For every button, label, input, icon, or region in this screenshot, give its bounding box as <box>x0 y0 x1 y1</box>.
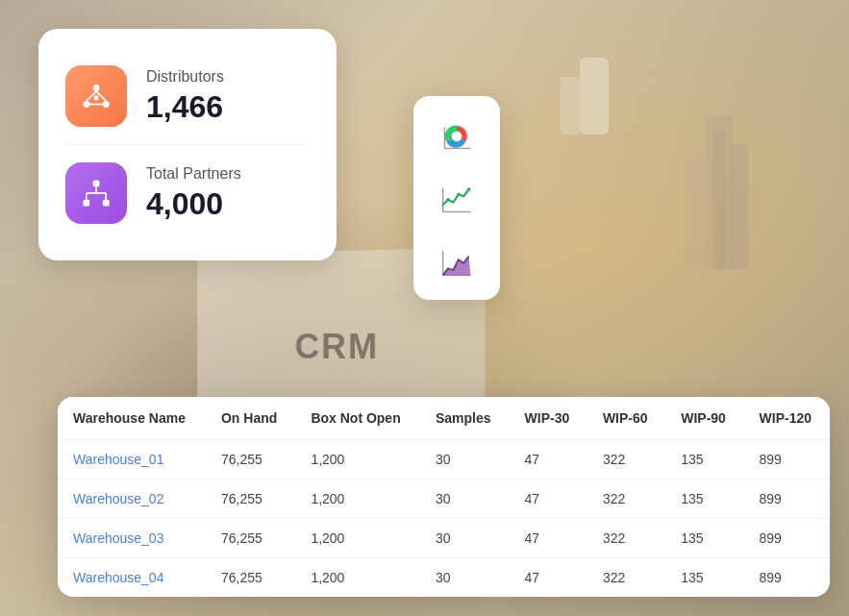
data-cell: 1,200 <box>295 558 420 598</box>
svg-rect-12 <box>83 200 89 207</box>
col-wip90: WIP-90 <box>665 397 743 440</box>
line-chart-icon <box>439 181 474 215</box>
distributors-value: 1,466 <box>146 89 224 125</box>
data-cell: 47 <box>510 480 587 519</box>
svg-point-25 <box>457 193 461 197</box>
warehouse-name-cell[interactable]: Warehouse_02 <box>58 480 206 519</box>
svg-point-19 <box>452 131 462 141</box>
data-cell: 47 <box>510 519 587 558</box>
distributors-icon <box>65 65 127 127</box>
area-chart-icon <box>439 244 474 279</box>
data-cell: 899 <box>744 440 830 480</box>
data-cell: 1,200 <box>295 480 420 519</box>
line-chart-button[interactable] <box>423 169 490 227</box>
data-cell: 135 <box>665 519 743 558</box>
data-cell: 1,200 <box>295 440 420 480</box>
network-icon <box>80 80 112 112</box>
col-samples: Samples <box>420 397 510 440</box>
chart-icon-panel <box>413 96 500 300</box>
svg-rect-1 <box>729 144 748 269</box>
data-cell: 30 <box>420 558 510 598</box>
stat-card: Distributors 1,466 Total Partners 4,000 <box>38 29 337 260</box>
col-box-not-open: Box Not Open <box>295 397 420 440</box>
svg-rect-3 <box>714 130 726 269</box>
data-cell: 322 <box>587 558 665 598</box>
col-wip30: WIP-30 <box>510 397 587 440</box>
svg-point-26 <box>467 187 471 191</box>
partners-value: 4,000 <box>146 186 241 222</box>
col-warehouse-name: Warehouse Name <box>58 397 206 440</box>
data-cell: 76,255 <box>206 558 295 598</box>
col-wip60: WIP-60 <box>587 397 665 440</box>
svg-rect-2 <box>686 154 710 269</box>
partners-label: Total Partners <box>146 165 241 183</box>
partners-icon <box>65 162 127 224</box>
partners-info: Total Partners 4,000 <box>146 165 241 222</box>
hierarchy-icon <box>80 177 112 209</box>
svg-rect-13 <box>103 200 110 207</box>
data-cell: 899 <box>744 480 830 519</box>
data-cell: 30 <box>420 480 510 519</box>
crm-label: CRM <box>295 327 380 367</box>
data-cell: 47 <box>510 440 587 480</box>
table-header-row: Warehouse Name On Hand Box Not Open Samp… <box>58 397 830 440</box>
data-cell: 76,255 <box>206 480 295 519</box>
data-cell: 899 <box>744 519 830 558</box>
warehouse-name-cell[interactable]: Warehouse_01 <box>58 440 206 480</box>
data-cell: 135 <box>665 480 743 519</box>
svg-point-10 <box>93 95 98 100</box>
distributors-info: Distributors 1,466 <box>146 68 224 125</box>
data-cell: 322 <box>587 440 665 480</box>
col-wip120: WIP-120 <box>744 397 830 440</box>
data-cell: 30 <box>420 440 510 480</box>
buildings-decoration <box>580 77 772 269</box>
svg-rect-11 <box>93 180 100 186</box>
data-cell: 76,255 <box>206 440 295 480</box>
data-cell: 76,255 <box>206 519 295 558</box>
svg-point-4 <box>93 85 100 91</box>
data-cell: 1,200 <box>295 519 420 558</box>
table-row: Warehouse_0376,2551,2003047322135899 <box>58 519 830 558</box>
warehouse-name-cell[interactable]: Warehouse_03 <box>58 519 206 558</box>
col-on-hand: On Hand <box>206 397 295 440</box>
svg-point-24 <box>446 198 450 202</box>
table-row: Warehouse_0176,2551,2003047322135899 <box>58 440 830 480</box>
data-cell: 30 <box>420 519 510 558</box>
pie-chart-button[interactable] <box>423 106 490 163</box>
partners-row: Total Partners 4,000 <box>65 144 310 234</box>
data-cell: 47 <box>510 558 587 598</box>
distributors-label: Distributors <box>146 68 224 86</box>
warehouse-table: Warehouse Name On Hand Box Not Open Samp… <box>58 397 830 597</box>
distributors-row: Distributors 1,466 <box>65 56 310 136</box>
data-cell: 322 <box>587 480 665 519</box>
area-chart-button[interactable] <box>423 233 490 290</box>
warehouse-table-card: Warehouse Name On Hand Box Not Open Samp… <box>58 397 830 597</box>
table-row: Warehouse_0476,2551,2003047322135899 <box>58 558 830 598</box>
data-cell: 899 <box>744 558 830 598</box>
data-cell: 135 <box>665 558 743 598</box>
data-cell: 135 <box>665 440 743 480</box>
table-row: Warehouse_0276,2551,2003047322135899 <box>58 480 830 519</box>
pie-chart-icon <box>439 117 474 152</box>
data-cell: 322 <box>587 519 665 558</box>
warehouse-name-cell[interactable]: Warehouse_04 <box>58 558 206 598</box>
